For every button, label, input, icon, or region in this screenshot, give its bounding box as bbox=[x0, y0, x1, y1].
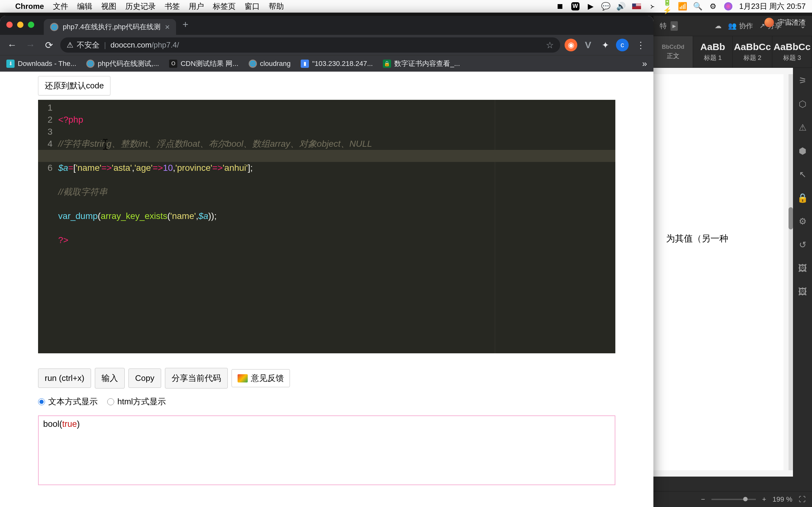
wechat-icon[interactable]: 💬 bbox=[602, 2, 610, 10]
mail-icon bbox=[238, 374, 248, 383]
forward-button[interactable]: → bbox=[23, 38, 38, 52]
share-code-button[interactable]: 分享当前代码 bbox=[165, 368, 228, 389]
radio-html-input[interactable] bbox=[107, 398, 114, 405]
editor-code-area[interactable]: <?php //字符串string、整数int、浮点数float、布尔bool、… bbox=[58, 100, 615, 353]
style-gallery: BbCcDd 正文 AaBb 标题 1 AaBbCc 标题 2 AaBbCc 标… bbox=[653, 36, 812, 68]
document-area: 为其值（另一种 ⚞ ⬡ ⚠ ⬢ ↖ 🔒 ⚙ ↺ 🖼 🖼 bbox=[653, 68, 812, 476]
style-normal[interactable]: BbCcDd 正文 bbox=[653, 36, 693, 67]
code-editor[interactable]: 1 2 3 4 5 6 <?php //字符串string、整数int、浮点数f… bbox=[38, 100, 615, 353]
radio-text-input[interactable] bbox=[38, 398, 45, 405]
bookmarks-overflow-icon[interactable]: » bbox=[642, 59, 647, 69]
tool-format-icon[interactable]: ⚞ bbox=[796, 74, 809, 87]
tool-lock-icon[interactable]: 🔒 bbox=[796, 191, 809, 204]
action-button-row: run (ctrl+x) 输入 Copy 分享当前代码 意见反馈 bbox=[38, 368, 653, 389]
bookmark-item[interactable]: ⬇Downloads - The... bbox=[6, 60, 76, 68]
bookmark-favicon-icon: ⬇ bbox=[6, 60, 14, 68]
menu-view[interactable]: 视图 bbox=[101, 1, 116, 11]
play-icon[interactable]: ▶ bbox=[587, 2, 595, 10]
back-button[interactable]: ← bbox=[5, 38, 19, 52]
zoom-in-icon[interactable]: + bbox=[762, 495, 766, 504]
app-w-icon[interactable]: W bbox=[571, 2, 579, 10]
bookmark-star-icon[interactable]: ☆ bbox=[546, 40, 554, 50]
tool-warning-icon[interactable]: ⚠ bbox=[796, 121, 809, 134]
style-heading-1[interactable]: AaBb 标题 1 bbox=[693, 36, 733, 67]
address-bar[interactable]: ⚠ 不安全 | dooccn.com/php7.4/ ☆ bbox=[60, 38, 560, 53]
input-source-icon[interactable] bbox=[632, 3, 641, 9]
tool-settings-icon[interactable]: ⚙ bbox=[796, 215, 809, 228]
spotlight-icon[interactable]: 🔍 bbox=[694, 2, 702, 10]
zoom-out-icon[interactable]: − bbox=[701, 495, 705, 504]
document-page[interactable]: 为其值（另一种 bbox=[653, 74, 783, 470]
input-button[interactable]: 输入 bbox=[95, 368, 125, 389]
minimize-window-icon[interactable] bbox=[17, 21, 23, 28]
menu-file[interactable]: 文件 bbox=[53, 1, 68, 11]
control-center-icon[interactable]: ⚙ bbox=[709, 2, 717, 10]
collab-button[interactable]: 👥 协作 bbox=[728, 21, 753, 31]
fullscreen-icon[interactable]: ⛶ bbox=[799, 495, 806, 504]
zoom-level[interactable]: 199 % bbox=[773, 495, 792, 504]
menubar-app-name[interactable]: Chrome bbox=[15, 2, 44, 11]
feedback-button[interactable]: 意见反馈 bbox=[232, 369, 290, 387]
reset-code-button[interactable]: 还原到默认code bbox=[38, 76, 110, 95]
run-button[interactable]: run (ctrl+x) bbox=[38, 369, 91, 388]
style-heading-3[interactable]: AaBbCc 标题 3 bbox=[772, 36, 812, 67]
chrome-window: 🌐 php7.4在线执行,php代码在线测 × + ← → ⟳ ⚠ 不安全 | … bbox=[0, 16, 653, 507]
output-box: bool(true) bbox=[38, 415, 615, 485]
chrome-menu-icon[interactable]: ⋮ bbox=[633, 40, 648, 50]
battery-icon[interactable]: 🔋⚡ bbox=[663, 2, 671, 10]
menu-bookmarks[interactable]: 书签 bbox=[165, 1, 180, 11]
tool-cube-icon[interactable]: ⬢ bbox=[796, 145, 809, 157]
extension-1-icon[interactable]: ◉ bbox=[565, 39, 577, 51]
reload-button[interactable]: ⟳ bbox=[42, 38, 56, 52]
menu-window[interactable]: 窗口 bbox=[245, 1, 260, 11]
cloud-sync-icon[interactable]: ☁ bbox=[715, 22, 722, 30]
siri-icon[interactable] bbox=[724, 2, 732, 10]
document-scrollbar-thumb[interactable] bbox=[789, 207, 793, 229]
new-tab-button[interactable]: + bbox=[183, 19, 189, 31]
zoom-slider[interactable] bbox=[711, 499, 756, 500]
editor-gutter: 1 2 3 4 5 6 bbox=[38, 100, 58, 353]
bookmark-favicon-icon: 🔒 bbox=[383, 60, 391, 68]
profile-avatar[interactable]: c bbox=[616, 39, 629, 51]
user-avatar-icon bbox=[764, 18, 774, 27]
bookmark-favicon-icon: 🌐 bbox=[86, 60, 95, 68]
menu-help[interactable]: 帮助 bbox=[269, 1, 284, 11]
tool-image-icon[interactable]: 🖼 bbox=[796, 262, 809, 274]
radio-text-mode[interactable]: 文本方式显示 bbox=[38, 396, 98, 407]
menubar-datetime[interactable]: 1月23日 周六 20:57 bbox=[740, 1, 806, 11]
tool-shapes-icon[interactable]: ⬡ bbox=[796, 98, 809, 110]
extensions-menu-icon[interactable]: ✦ bbox=[599, 39, 612, 51]
volume-icon[interactable]: 🔊 bbox=[617, 2, 625, 10]
toolbar-special[interactable]: 特▸ bbox=[660, 21, 678, 31]
site-security-indicator[interactable]: ⚠ 不安全 bbox=[67, 40, 100, 50]
menu-tabs[interactable]: 标签页 bbox=[213, 1, 236, 11]
browser-tab[interactable]: 🌐 php7.4在线执行,php代码在线测 × bbox=[44, 19, 176, 35]
copy-button[interactable]: Copy bbox=[129, 369, 161, 388]
menu-user[interactable]: 用户 bbox=[189, 1, 204, 11]
right-app-statusbar: − + 199 % ⛶ bbox=[653, 491, 812, 507]
macos-menubar: Chrome 文件 编辑 视图 历史记录 书签 用户 标签页 窗口 帮助 ⏹ W… bbox=[0, 0, 812, 13]
stop-icon[interactable]: ⏹ bbox=[556, 2, 564, 10]
close-window-icon[interactable] bbox=[6, 21, 13, 28]
bookmark-item[interactable]: OCDN测试结果 网... bbox=[169, 59, 238, 68]
tab-close-icon[interactable]: × bbox=[165, 22, 170, 32]
bluetooth-icon[interactable]: ᚛ bbox=[648, 2, 656, 10]
radio-html-mode[interactable]: html方式显示 bbox=[107, 396, 166, 407]
bookmark-item[interactable]: ▮"103.230.218.247... bbox=[301, 60, 373, 68]
bookmark-item[interactable]: 🌐php代码在线测试,... bbox=[86, 59, 159, 68]
window-controls bbox=[6, 21, 34, 28]
right-app-user-badge[interactable]: 宇宙渣渣 bbox=[764, 18, 806, 27]
tab-title: php7.4在线执行,php代码在线测 bbox=[63, 22, 160, 32]
style-heading-2[interactable]: AaBbCc 标题 2 bbox=[733, 36, 772, 67]
menu-history[interactable]: 历史记录 bbox=[125, 1, 156, 11]
tool-gallery-icon[interactable]: 🖼 bbox=[796, 285, 809, 298]
bookmark-item[interactable]: 🔒数字证书内容查看_... bbox=[383, 59, 460, 68]
bookmark-item[interactable]: 🌐cloudrang bbox=[249, 60, 291, 68]
maximize-window-icon[interactable] bbox=[28, 21, 34, 28]
tool-select-icon[interactable]: ↖ bbox=[796, 168, 809, 181]
wifi-icon[interactable]: 📶 bbox=[678, 2, 687, 10]
tool-history-icon[interactable]: ↺ bbox=[796, 238, 809, 251]
menu-edit[interactable]: 编辑 bbox=[77, 1, 92, 11]
extension-vue-icon[interactable]: V bbox=[582, 39, 595, 51]
document-scrollbar-track[interactable] bbox=[789, 74, 793, 470]
